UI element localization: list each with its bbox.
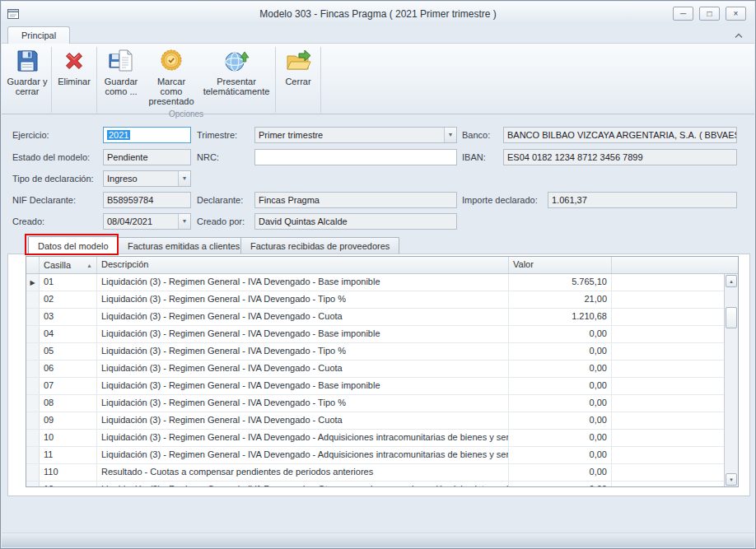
table-row[interactable]: 03 Liquidación (3) - Regimen General - I…: [26, 309, 724, 326]
delete-button[interactable]: Eliminar: [54, 46, 95, 109]
ribbon-tab-row: Principal: [2, 26, 754, 43]
button-label: Cerrar: [285, 77, 310, 86]
close-form-button[interactable]: Cerrar: [278, 46, 319, 109]
maximize-button[interactable]: □: [699, 7, 720, 21]
field-value: David Quintas Alcalde: [259, 216, 348, 226]
titlebar: Modelo 303 - Fincas Pragma ( 2021 Primer…: [2, 2, 754, 26]
cell-filler: [612, 326, 724, 342]
banco-field[interactable]: BANCO BILBAO VIZCAYA ARGENTARIA, S.A. ( …: [503, 127, 737, 143]
row-indicator-cell: [26, 361, 40, 377]
ribbon-group-label: Opciones: [99, 109, 273, 119]
scroll-down-icon[interactable]: ▾: [726, 473, 737, 486]
field-value: ES04 0182 1234 8712 3456 7899: [507, 152, 643, 162]
cell-descripcion: Liquidación (3) - Regimen General - IVA …: [97, 274, 509, 291]
field-value: 1.061,37: [552, 195, 587, 205]
cell-casilla: 03: [40, 309, 97, 325]
iban-field[interactable]: ES04 0182 1234 8712 3456 7899: [503, 149, 737, 165]
declarante-field[interactable]: Fincas Pragma: [254, 192, 457, 208]
button-label: Guardar y cerrar: [7, 77, 48, 96]
row-indicator-cell: ▶: [26, 274, 40, 291]
collapse-ribbon-button[interactable]: [731, 30, 746, 41]
close-folder-icon: [285, 48, 311, 74]
toolbar-separator: [51, 47, 52, 113]
ribbon-group-opciones: Guardar como ... Marcar como presentado: [99, 46, 273, 119]
table-row[interactable]: 07 Liquidación (3) - Regimen General - I…: [26, 378, 724, 395]
table-row[interactable]: 12 Liquidación (3) - Regimen General - I…: [26, 482, 724, 486]
application-window: Modelo 303 - Fincas Pragma ( 2021 Primer…: [0, 0, 756, 549]
table-row[interactable]: 110 Resultado - Cuotas a compensar pendi…: [26, 464, 724, 482]
sort-ascending-icon: ▲: [86, 263, 92, 268]
tab-datos-del-modelo[interactable]: Datos del modelo: [28, 236, 119, 254]
nrc-field[interactable]: [254, 149, 457, 165]
table-row[interactable]: 06 Liquidación (3) - Regimen General - I…: [26, 361, 724, 378]
importe-declarado-label: Importe declarado:: [462, 194, 538, 206]
creado-date-dropdown[interactable]: 08/04/2021 ▾: [103, 213, 191, 230]
tipo-declaracion-dropdown[interactable]: Ingreso ▾: [103, 170, 191, 187]
window-controls: ─ □ ×: [673, 7, 749, 21]
dropdown-arrow-icon[interactable]: ▾: [178, 214, 190, 229]
field-value: BANCO BILBAO VIZCAYA ARGENTARIA, S.A. ( …: [507, 130, 737, 140]
cell-filler: [612, 274, 724, 291]
close-button[interactable]: ×: [726, 7, 746, 21]
cell-valor: 0,00: [509, 395, 612, 412]
table-row[interactable]: 08 Liquidación (3) - Regimen General - I…: [26, 395, 724, 412]
button-label: Marcar como presentado: [145, 77, 198, 106]
column-header-descripcion[interactable]: Descripción: [97, 257, 509, 273]
table-row[interactable]: 05 Liquidación (3) - Regimen General - I…: [26, 343, 724, 361]
delete-icon: [61, 48, 87, 74]
vertical-scrollbar[interactable]: ▴ ▾: [724, 274, 738, 486]
cell-valor: 0,00: [509, 343, 612, 360]
column-header-casilla[interactable]: Casilla ▲: [40, 257, 97, 273]
table-row[interactable]: 10 Liquidación (3) - Regimen General - I…: [26, 430, 724, 447]
nif-declarante-field[interactable]: B58959784: [103, 192, 191, 208]
cell-descripcion: Liquidación (3) - Regimen General - IVA …: [97, 412, 509, 429]
cell-casilla: 09: [40, 412, 97, 429]
button-label: Eliminar: [58, 77, 91, 86]
scrollbar-thumb[interactable]: [726, 307, 737, 328]
table-row[interactable]: 09 Liquidación (3) - Regimen General - I…: [26, 412, 724, 430]
toolbar-separator: [96, 47, 97, 113]
declarante-label: Declarante:: [197, 194, 243, 206]
cell-valor: 0,00: [509, 378, 612, 394]
cell-valor: 5.765,10: [509, 274, 612, 291]
table-row[interactable]: 04 Liquidación (3) - Regimen General - I…: [26, 326, 724, 343]
ribbon-tab-principal[interactable]: Principal: [7, 26, 70, 44]
cell-casilla: 05: [40, 343, 97, 360]
scroll-up-icon[interactable]: ▴: [726, 275, 737, 287]
tab-facturas-emitidas[interactable]: Facturas emitidas a clientes: [118, 237, 250, 254]
column-header-valor[interactable]: Valor: [509, 257, 612, 273]
save-as-button[interactable]: Guardar como ...: [99, 46, 143, 109]
cell-valor: 1.210,68: [509, 309, 612, 325]
estado-field[interactable]: Pendiente: [103, 149, 191, 165]
cell-valor: 0,00: [509, 447, 612, 463]
app-icon: [7, 7, 20, 21]
row-indicator-cell: [26, 464, 40, 481]
field-value: B58959784: [107, 195, 153, 205]
creado-label: Creado:: [12, 216, 44, 227]
cell-filler: [612, 309, 724, 325]
field-value: Fincas Pragma: [259, 195, 320, 205]
dropdown-arrow-icon[interactable]: ▾: [444, 128, 456, 142]
cell-casilla: 06: [40, 361, 97, 377]
cell-valor: 0,00: [509, 482, 612, 486]
importe-declarado-field[interactable]: 1.061,37: [548, 192, 737, 208]
trimestre-dropdown[interactable]: Primer trimestre ▾: [254, 127, 457, 143]
creado-por-field[interactable]: David Quintas Alcalde: [254, 213, 457, 230]
column-label: Casilla: [44, 260, 71, 270]
ejercicio-field[interactable]: 2021: [103, 127, 191, 143]
cell-descripcion: Liquidación (3) - Regimen General - IVA …: [97, 447, 509, 463]
row-indicator-cell: [26, 395, 40, 412]
submit-online-button[interactable]: Presentar telemáticamente: [199, 46, 273, 109]
table-row[interactable]: 11 Liquidación (3) - Regimen General - I…: [26, 447, 724, 464]
table-row[interactable]: ▶ 01 Liquidación (3) - Regimen General -…: [26, 274, 724, 291]
table-row[interactable]: 02 Liquidación (3) - Regimen General - I…: [26, 291, 724, 309]
ejercicio-label: Ejercicio:: [12, 129, 49, 141]
minimize-button[interactable]: ─: [673, 7, 693, 21]
row-indicator-cell: [26, 430, 40, 446]
field-value: 08/04/2021: [107, 216, 152, 226]
mark-as-presented-button[interactable]: Marcar como presentado: [143, 46, 199, 109]
dropdown-arrow-icon[interactable]: ▾: [178, 171, 190, 186]
cell-filler: [612, 343, 724, 360]
save-and-close-button[interactable]: Guardar y cerrar: [5, 46, 49, 109]
tab-facturas-recibidas[interactable]: Facturas recibidas de proveedores: [240, 237, 399, 254]
